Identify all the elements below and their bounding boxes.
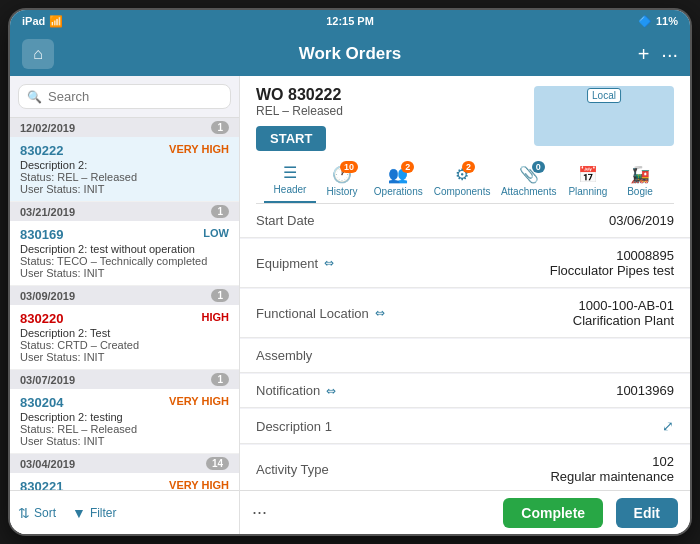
item-user: User Status: INIT	[20, 267, 229, 279]
tab-label: History	[326, 186, 357, 197]
date-group-header: 03/21/2019 1	[10, 202, 239, 221]
search-input-wrap: 🔍	[18, 84, 231, 109]
item-status: Status: REL – Released	[20, 171, 229, 183]
right-panel: WO 830222 REL – Released START Local ☰ H…	[240, 76, 690, 534]
nav-bar: ⌂ Work Orders + ···	[10, 32, 690, 76]
tab-bogie[interactable]: 🚂 Bogie	[614, 161, 666, 203]
tab-label: Operations	[374, 186, 423, 197]
date-badge: 1	[211, 205, 229, 218]
status-bar: iPad 📶 12:15 PM 🔷 11%	[10, 10, 690, 32]
detail-row-notification: Notification ⇔ 10013969	[240, 374, 690, 408]
home-button[interactable]: ⌂	[22, 39, 54, 69]
wifi-icon: 📶	[49, 15, 63, 28]
item-id: 830222	[20, 143, 63, 158]
tab-label: Attachments	[501, 186, 557, 197]
more-button[interactable]: ···	[661, 43, 678, 66]
add-button[interactable]: +	[638, 43, 650, 66]
detail-label: Description 1	[256, 419, 332, 434]
tab-label: Bogie	[627, 186, 653, 197]
date-label: 03/09/2019	[20, 290, 75, 302]
tab-header[interactable]: ☰ Header	[264, 159, 316, 203]
wo-header: WO 830222 REL – Released START Local ☰ H…	[240, 76, 690, 204]
history-tab-icon: 🕐 10	[332, 165, 352, 184]
map-thumbnail: Local	[534, 86, 674, 146]
detail-row-functional-location: Functional Location ⇔ 1000-100-AB-01Clar…	[240, 289, 690, 338]
status-right: 🔷 11%	[638, 15, 678, 28]
item-desc: Description 2:	[20, 159, 229, 171]
main-content: 🔍 12/02/2019 1 830222 VERY HIGH Descript…	[10, 76, 690, 534]
complete-button[interactable]: Complete	[503, 498, 603, 528]
list-item[interactable]: 830222 VERY HIGH Description 2: Status: …	[10, 137, 239, 202]
item-user: User Status: INIT	[20, 435, 229, 447]
bottom-toolbar: ⇅ Sort ▼ Filter	[10, 490, 239, 534]
tab-planning[interactable]: 📅 Planning	[562, 161, 614, 203]
date-group-header: 12/02/2019 1	[10, 118, 239, 137]
item-priority: VERY HIGH	[169, 395, 229, 407]
detail-value: 1000-100-AB-01Clarification Plant	[573, 298, 674, 328]
header-tab-icon: ☰	[283, 163, 297, 182]
date-group-header: 03/09/2019 1	[10, 286, 239, 305]
date-badge: 1	[211, 289, 229, 302]
detail-value: 10013969	[616, 383, 674, 398]
map-label: Local	[587, 88, 621, 103]
detail-label: Assembly	[256, 348, 312, 363]
item-status: Status: TECO – Technically completed	[20, 255, 229, 267]
edit-button[interactable]: Edit	[616, 498, 678, 528]
detail-label: Equipment ⇔	[256, 256, 334, 271]
list-item[interactable]: 830220 HIGH Description 2: Test Status: …	[10, 305, 239, 370]
start-button[interactable]: START	[256, 126, 326, 151]
list-item[interactable]: 830221 VERY HIGH Description 2: Status: …	[10, 473, 239, 490]
item-user: User Status: INIT	[20, 183, 229, 195]
tab-history[interactable]: 🕐 10 History	[316, 161, 368, 203]
detail-row-activity-type: Activity Type 102Regular maintenance	[240, 445, 690, 490]
wo-number: WO 830222	[256, 86, 526, 104]
link-icon[interactable]: ⇔	[375, 306, 385, 320]
search-bar: 🔍	[10, 76, 239, 118]
detail-row-equipment: Equipment ⇔ 10008895Flocculator Pipes te…	[240, 239, 690, 288]
history-badge: 10	[340, 161, 358, 173]
search-icon: 🔍	[27, 90, 42, 104]
sort-label: Sort	[34, 506, 56, 520]
detail-label: Notification ⇔	[256, 383, 336, 398]
detail-value: 03/06/2019	[609, 213, 674, 228]
list-item[interactable]: 830169 LOW Description 2: test without o…	[10, 221, 239, 286]
list-item[interactable]: 830204 VERY HIGH Description 2: testing …	[10, 389, 239, 454]
tab-label: Planning	[568, 186, 607, 197]
components-tab-icon: ⚙ 2	[455, 165, 469, 184]
bogie-tab-icon: 🚂	[630, 165, 650, 184]
ipad-label: iPad	[22, 15, 45, 27]
link-icon[interactable]: ⇔	[326, 384, 336, 398]
date-badge: 1	[211, 121, 229, 134]
list-container: 12/02/2019 1 830222 VERY HIGH Descriptio…	[10, 118, 239, 490]
sort-icon: ⇅	[18, 505, 30, 521]
bluetooth-icon: 🔷	[638, 15, 652, 28]
nav-right: + ···	[638, 43, 678, 66]
components-badge: 2	[462, 161, 475, 173]
item-user: User Status: INIT	[20, 351, 229, 363]
planning-tab-icon: 📅	[578, 165, 598, 184]
status-left: iPad 📶	[22, 15, 63, 28]
item-id: 830221	[20, 479, 63, 490]
expand-icon[interactable]: ⤢	[662, 418, 674, 434]
tab-operations[interactable]: 👥 2 Operations	[368, 161, 429, 203]
item-status: Status: CRTD – Created	[20, 339, 229, 351]
item-priority: LOW	[203, 227, 229, 239]
detail-label: Start Date	[256, 213, 315, 228]
filter-button[interactable]: ▼ Filter	[72, 505, 117, 521]
tab-label: Header	[274, 184, 307, 195]
detail-label: Functional Location ⇔	[256, 306, 385, 321]
more-options-button[interactable]: ···	[252, 502, 267, 523]
sort-button[interactable]: ⇅ Sort	[18, 505, 56, 521]
item-desc: Description 2: Test	[20, 327, 229, 339]
tab-components[interactable]: ⚙ 2 Components	[429, 161, 496, 203]
home-icon: ⌂	[33, 45, 43, 63]
search-input[interactable]	[48, 89, 222, 104]
tab-label: Components	[434, 186, 491, 197]
date-label: 03/04/2019	[20, 458, 75, 470]
item-id: 830169	[20, 227, 63, 242]
tab-attachments[interactable]: 📎 0 Attachments	[496, 161, 562, 203]
item-id: 830204	[20, 395, 63, 410]
filter-label: Filter	[90, 506, 117, 520]
link-icon[interactable]: ⇔	[324, 256, 334, 270]
date-label: 12/02/2019	[20, 122, 75, 134]
